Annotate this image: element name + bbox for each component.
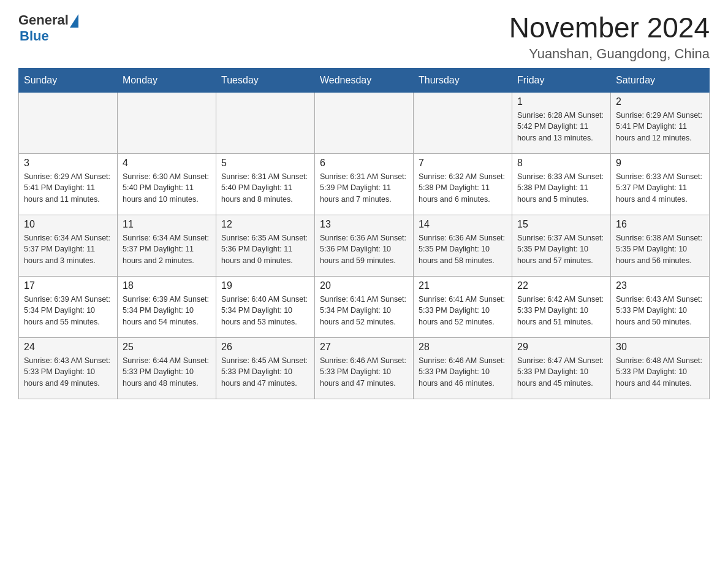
calendar-week-row: 10Sunrise: 6:34 AM Sunset: 5:37 PM Dayli…: [19, 215, 710, 276]
logo-blue-text: Blue: [20, 28, 49, 44]
day-info: Sunrise: 6:30 AM Sunset: 5:40 PM Dayligh…: [123, 171, 211, 205]
day-number: 7: [419, 158, 507, 169]
calendar-cell: 5Sunrise: 6:31 AM Sunset: 5:40 PM Daylig…: [216, 153, 315, 215]
calendar-cell: 1Sunrise: 6:28 AM Sunset: 5:42 PM Daylig…: [512, 92, 611, 153]
day-number: 6: [320, 158, 408, 169]
calendar-cell: 16Sunrise: 6:38 AM Sunset: 5:35 PM Dayli…: [611, 215, 710, 276]
calendar-cell: 14Sunrise: 6:36 AM Sunset: 5:35 PM Dayli…: [414, 215, 512, 276]
calendar-cell: 25Sunrise: 6:44 AM Sunset: 5:33 PM Dayli…: [118, 337, 216, 399]
day-number: 8: [517, 158, 605, 169]
calendar-cell: 28Sunrise: 6:46 AM Sunset: 5:33 PM Dayli…: [414, 337, 512, 399]
calendar-week-row: 17Sunrise: 6:39 AM Sunset: 5:34 PM Dayli…: [19, 276, 710, 337]
day-number: 16: [616, 219, 704, 230]
calendar-cell: 29Sunrise: 6:47 AM Sunset: 5:33 PM Dayli…: [512, 337, 611, 399]
day-number: 17: [24, 280, 112, 291]
calendar-week-row: 3Sunrise: 6:29 AM Sunset: 5:41 PM Daylig…: [19, 153, 710, 215]
day-info: Sunrise: 6:31 AM Sunset: 5:39 PM Dayligh…: [320, 171, 408, 205]
day-number: 12: [221, 219, 309, 230]
day-info: Sunrise: 6:39 AM Sunset: 5:34 PM Dayligh…: [24, 294, 112, 328]
calendar-cell: 11Sunrise: 6:34 AM Sunset: 5:37 PM Dayli…: [118, 215, 216, 276]
calendar-cell: 21Sunrise: 6:41 AM Sunset: 5:33 PM Dayli…: [414, 276, 512, 337]
day-number: 14: [419, 219, 507, 230]
day-info: Sunrise: 6:34 AM Sunset: 5:37 PM Dayligh…: [123, 232, 211, 267]
calendar-cell: 27Sunrise: 6:46 AM Sunset: 5:33 PM Dayli…: [315, 337, 414, 399]
location-title: Yuanshan, Guangdong, China: [509, 46, 710, 62]
day-number: 29: [517, 342, 605, 353]
calendar-cell: 7Sunrise: 6:32 AM Sunset: 5:38 PM Daylig…: [414, 153, 512, 215]
calendar-cell: 19Sunrise: 6:40 AM Sunset: 5:34 PM Dayli…: [216, 276, 315, 337]
day-number: 3: [24, 158, 112, 169]
calendar-cell: 20Sunrise: 6:41 AM Sunset: 5:34 PM Dayli…: [315, 276, 414, 337]
calendar-cell: [315, 92, 414, 153]
day-number: 20: [320, 280, 408, 291]
calendar-cell: 9Sunrise: 6:33 AM Sunset: 5:37 PM Daylig…: [611, 153, 710, 215]
day-number: 24: [24, 342, 112, 353]
day-info: Sunrise: 6:43 AM Sunset: 5:33 PM Dayligh…: [616, 294, 704, 328]
day-number: 2: [616, 96, 704, 107]
day-number: 15: [517, 219, 605, 230]
logo-triangle-icon: [70, 14, 78, 28]
day-info: Sunrise: 6:46 AM Sunset: 5:33 PM Dayligh…: [419, 355, 507, 389]
day-number: 11: [123, 219, 211, 230]
calendar-cell: 24Sunrise: 6:43 AM Sunset: 5:33 PM Dayli…: [19, 337, 118, 399]
calendar-cell: [216, 92, 315, 153]
day-number: 10: [24, 219, 112, 230]
day-info: Sunrise: 6:33 AM Sunset: 5:38 PM Dayligh…: [517, 171, 605, 205]
day-info: Sunrise: 6:45 AM Sunset: 5:33 PM Dayligh…: [221, 355, 309, 389]
day-number: 27: [320, 342, 408, 353]
header: General Blue November 2024 Yuanshan, Gua…: [18, 12, 710, 62]
calendar-cell: [414, 92, 512, 153]
day-info: Sunrise: 6:41 AM Sunset: 5:33 PM Dayligh…: [419, 294, 507, 328]
calendar-cell: 22Sunrise: 6:42 AM Sunset: 5:33 PM Dayli…: [512, 276, 611, 337]
weekday-header-row: SundayMondayTuesdayWednesdayThursdayFrid…: [19, 68, 710, 92]
day-number: 18: [123, 280, 211, 291]
day-info: Sunrise: 6:33 AM Sunset: 5:37 PM Dayligh…: [616, 171, 704, 205]
calendar-cell: 4Sunrise: 6:30 AM Sunset: 5:40 PM Daylig…: [118, 153, 216, 215]
calendar-cell: 10Sunrise: 6:34 AM Sunset: 5:37 PM Dayli…: [19, 215, 118, 276]
day-info: Sunrise: 6:31 AM Sunset: 5:40 PM Dayligh…: [221, 171, 309, 205]
day-number: 19: [221, 280, 309, 291]
calendar-week-row: 24Sunrise: 6:43 AM Sunset: 5:33 PM Dayli…: [19, 337, 710, 399]
day-info: Sunrise: 6:29 AM Sunset: 5:41 PM Dayligh…: [24, 171, 112, 205]
calendar-week-row: 1Sunrise: 6:28 AM Sunset: 5:42 PM Daylig…: [19, 92, 710, 153]
day-number: 5: [221, 158, 309, 169]
day-info: Sunrise: 6:36 AM Sunset: 5:35 PM Dayligh…: [419, 232, 507, 267]
day-info: Sunrise: 6:29 AM Sunset: 5:41 PM Dayligh…: [616, 110, 704, 144]
logo-general-text: General: [18, 12, 69, 28]
day-number: 1: [517, 96, 605, 107]
day-number: 21: [419, 280, 507, 291]
day-info: Sunrise: 6:46 AM Sunset: 5:33 PM Dayligh…: [320, 355, 408, 389]
weekday-header-friday: Friday: [512, 68, 611, 92]
day-number: 22: [517, 280, 605, 291]
month-year-title: November 2024: [509, 12, 710, 44]
logo: General Blue: [18, 12, 78, 44]
day-number: 13: [320, 219, 408, 230]
calendar-cell: 13Sunrise: 6:36 AM Sunset: 5:36 PM Dayli…: [315, 215, 414, 276]
calendar-cell: 17Sunrise: 6:39 AM Sunset: 5:34 PM Dayli…: [19, 276, 118, 337]
calendar-cell: 15Sunrise: 6:37 AM Sunset: 5:35 PM Dayli…: [512, 215, 611, 276]
day-info: Sunrise: 6:44 AM Sunset: 5:33 PM Dayligh…: [123, 355, 211, 389]
calendar-cell: 8Sunrise: 6:33 AM Sunset: 5:38 PM Daylig…: [512, 153, 611, 215]
title-area: November 2024 Yuanshan, Guangdong, China: [509, 12, 710, 62]
day-info: Sunrise: 6:35 AM Sunset: 5:36 PM Dayligh…: [221, 232, 309, 267]
day-info: Sunrise: 6:37 AM Sunset: 5:35 PM Dayligh…: [517, 232, 605, 267]
day-info: Sunrise: 6:39 AM Sunset: 5:34 PM Dayligh…: [123, 294, 211, 328]
day-info: Sunrise: 6:43 AM Sunset: 5:33 PM Dayligh…: [24, 355, 112, 389]
day-number: 28: [419, 342, 507, 353]
calendar-cell: 6Sunrise: 6:31 AM Sunset: 5:39 PM Daylig…: [315, 153, 414, 215]
calendar-cell: [19, 92, 118, 153]
day-info: Sunrise: 6:42 AM Sunset: 5:33 PM Dayligh…: [517, 294, 605, 328]
day-info: Sunrise: 6:40 AM Sunset: 5:34 PM Dayligh…: [221, 294, 309, 328]
day-number: 23: [616, 280, 704, 291]
day-info: Sunrise: 6:32 AM Sunset: 5:38 PM Dayligh…: [419, 171, 507, 205]
calendar-table: SundayMondayTuesdayWednesdayThursdayFrid…: [18, 68, 710, 399]
day-info: Sunrise: 6:28 AM Sunset: 5:42 PM Dayligh…: [517, 110, 605, 144]
calendar-cell: 18Sunrise: 6:39 AM Sunset: 5:34 PM Dayli…: [118, 276, 216, 337]
calendar-cell: 26Sunrise: 6:45 AM Sunset: 5:33 PM Dayli…: [216, 337, 315, 399]
day-info: Sunrise: 6:41 AM Sunset: 5:34 PM Dayligh…: [320, 294, 408, 328]
weekday-header-tuesday: Tuesday: [216, 68, 315, 92]
day-info: Sunrise: 6:47 AM Sunset: 5:33 PM Dayligh…: [517, 355, 605, 389]
weekday-header-monday: Monday: [118, 68, 216, 92]
day-number: 30: [616, 342, 704, 353]
calendar-cell: [118, 92, 216, 153]
